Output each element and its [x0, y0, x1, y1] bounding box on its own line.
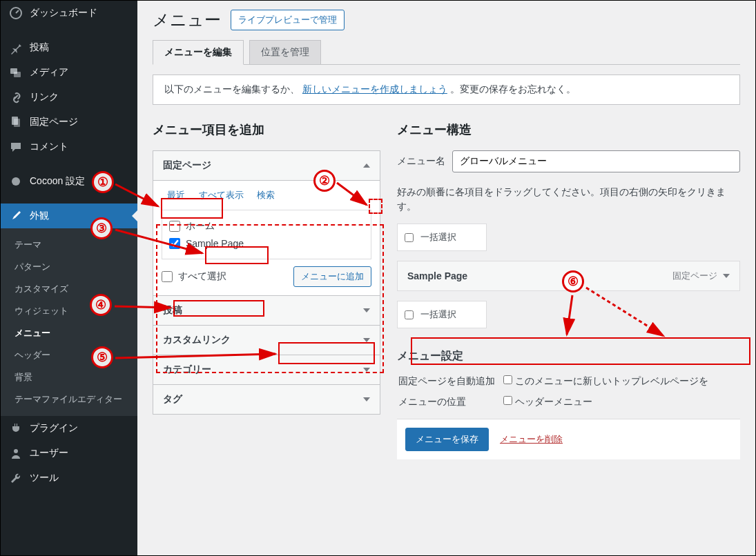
location-label: メニューの位置	[398, 393, 502, 412]
submenu-header[interactable]: ヘッダー	[1, 344, 137, 366]
bulk-checkbox[interactable]	[405, 233, 414, 242]
accordion-pages-header[interactable]: 固定ページ	[153, 151, 380, 181]
sidebar-item-cocoon[interactable]: Cocoon 設定	[1, 169, 137, 194]
main-content: メニュー ライブプレビューで管理 メニューを編集 位置を管理 以下のメニューを編…	[137, 1, 755, 555]
accordion-custom-links-label: カスタムリンク	[163, 334, 231, 346]
admin-sidebar: ダッシュボード 投稿 メディア リンク 固定ページ コメント Cocoon 設定	[1, 1, 137, 555]
wrench-icon	[9, 471, 23, 485]
sidebar-item-tools[interactable]: ツール	[1, 466, 137, 490]
accordion-tags-header[interactable]: タグ	[153, 385, 380, 414]
subtab-recent[interactable]: 最近	[162, 187, 191, 203]
location-checkbox-header[interactable]	[503, 396, 512, 405]
add-items-title: メニュー項目を追加	[153, 121, 380, 138]
live-preview-button[interactable]: ライブプレビューで管理	[231, 10, 345, 30]
menu-name-input[interactable]	[452, 150, 740, 172]
page-title: メニュー	[153, 9, 221, 31]
page-item-label: ホーム	[186, 220, 215, 232]
sidebar-item-label: リンク	[30, 91, 59, 103]
checkbox-select-all[interactable]	[162, 271, 173, 282]
sidebar-item-links[interactable]: リンク	[1, 85, 137, 110]
submenu-theme-editor[interactable]: テーマファイルエディター	[1, 388, 137, 410]
page-item-home[interactable]: ホーム	[169, 217, 364, 235]
tab-edit-menus[interactable]: メニューを編集	[153, 40, 244, 65]
chevron-down-icon[interactable]	[723, 274, 730, 278]
menu-settings-title: メニュー設定	[397, 349, 740, 364]
delete-menu-link[interactable]: メニューを削除	[500, 433, 563, 446]
sidebar-item-label: メディア	[30, 66, 68, 79]
accordion-categories-label: カテゴリー	[163, 364, 211, 376]
tab-manage-locations[interactable]: 位置を管理	[249, 40, 321, 64]
notice: 以下のメニューを編集するか、 新しいメニューを作成しましょう 。変更の保存をお忘…	[153, 75, 740, 105]
sidebar-item-users[interactable]: ユーザー	[1, 441, 137, 466]
user-icon	[9, 446, 23, 460]
subtab-view-all[interactable]: すべて表示	[193, 187, 249, 203]
accordion-categories-header[interactable]: カテゴリー	[153, 355, 380, 384]
link-icon	[9, 90, 23, 104]
sidebar-item-dashboard[interactable]: ダッシュボード	[1, 1, 137, 26]
sidebar-item-label: コメント	[30, 141, 68, 153]
page-icon	[9, 115, 23, 129]
checkbox-home[interactable]	[169, 221, 180, 232]
bulk-select-bottom[interactable]: 一括選択	[397, 301, 487, 328]
instructions: 好みの順番に各項目をドラッグしてください。項目の右側の矢印をクリきます。	[397, 185, 740, 214]
sidebar-item-pages[interactable]: 固定ページ	[1, 110, 137, 135]
select-all-label: すべて選択	[178, 270, 226, 283]
submenu-customize[interactable]: カスタマイズ	[1, 278, 137, 300]
plugin-icon	[9, 421, 23, 435]
menu-item-sample-page[interactable]: Sample Page 固定ページ	[397, 261, 740, 291]
bottom-actions: メニューを保存 メニューを削除	[397, 419, 740, 459]
sidebar-item-comments[interactable]: コメント	[1, 135, 137, 159]
submenu-widgets[interactable]: ウィジェット	[1, 300, 137, 322]
accordion-tags-label: タグ	[163, 393, 182, 406]
page-list: ホーム Sample Page	[162, 210, 371, 259]
submenu-patterns[interactable]: パターン	[1, 256, 137, 278]
svg-point-6	[14, 449, 18, 453]
accordion-pages-label: 固定ページ	[163, 159, 211, 172]
accordion-categories: カテゴリー	[153, 355, 380, 385]
tabs: メニューを編集 位置を管理	[153, 39, 740, 65]
bulk-select-top[interactable]: 一括選択	[397, 224, 487, 251]
media-icon	[9, 66, 23, 79]
menu-settings-table: 固定ページを自動追加 このメニューに新しいトップレベルページを メニューの位置 …	[397, 370, 740, 413]
accordion-posts: 投稿	[153, 295, 380, 326]
save-menu-button[interactable]: メニューを保存	[405, 428, 489, 451]
submenu-themes[interactable]: テーマ	[1, 234, 137, 256]
chevron-down-icon	[363, 397, 370, 401]
bulk-checkbox[interactable]	[405, 310, 414, 319]
comment-icon	[9, 140, 23, 154]
checkbox-sample-page[interactable]	[169, 238, 180, 249]
add-items-column: メニュー項目を追加 固定ページ 最近 すべて表示 検索	[153, 121, 380, 459]
circle-icon	[9, 175, 23, 188]
submenu-background[interactable]: 背景	[1, 366, 137, 388]
sidebar-item-posts[interactable]: 投稿	[1, 35, 137, 60]
chevron-up-icon	[363, 163, 370, 168]
subtab-search[interactable]: 検索	[251, 187, 280, 203]
accordion-posts-label: 投稿	[163, 304, 182, 317]
menu-item-type-label: 固定ページ	[672, 270, 717, 282]
sidebar-item-media[interactable]: メディア	[1, 60, 137, 85]
accordion-custom-links-header[interactable]: カスタムリンク	[153, 326, 380, 355]
menu-item-type: 固定ページ	[672, 270, 730, 282]
menu-name-label: メニュー名	[397, 155, 445, 168]
accordion-posts-header[interactable]: 投稿	[153, 296, 380, 325]
dashboard-icon	[9, 6, 23, 20]
chevron-down-icon	[363, 338, 370, 342]
location-opt: ヘッダーメニュー	[515, 396, 592, 407]
sidebar-item-appearance[interactable]: 外観	[1, 203, 137, 228]
notice-suffix: 。変更の保存をお忘れなく。	[450, 83, 576, 95]
submenu-menus[interactable]: メニュー	[1, 322, 137, 344]
sidebar-item-plugins[interactable]: プラグイン	[1, 416, 137, 441]
auto-add-checkbox[interactable]	[503, 375, 512, 384]
create-new-menu-link[interactable]: 新しいメニューを作成しましょう	[302, 83, 447, 95]
select-all[interactable]: すべて選択	[162, 268, 226, 286]
sidebar-item-label: 投稿	[30, 41, 49, 54]
svg-point-5	[12, 177, 20, 186]
page-item-sample[interactable]: Sample Page	[169, 235, 364, 252]
structure-title: メニュー構造	[397, 121, 740, 138]
add-to-menu-button[interactable]: メニューに追加	[293, 266, 371, 287]
sidebar-item-label: 外観	[30, 210, 49, 222]
brush-icon	[9, 209, 23, 223]
auto-add-desc: このメニューに新しいトップレベルページを	[515, 375, 708, 386]
auto-add-label: 固定ページを自動追加	[398, 372, 502, 391]
sidebar-item-label: ツール	[30, 472, 59, 484]
